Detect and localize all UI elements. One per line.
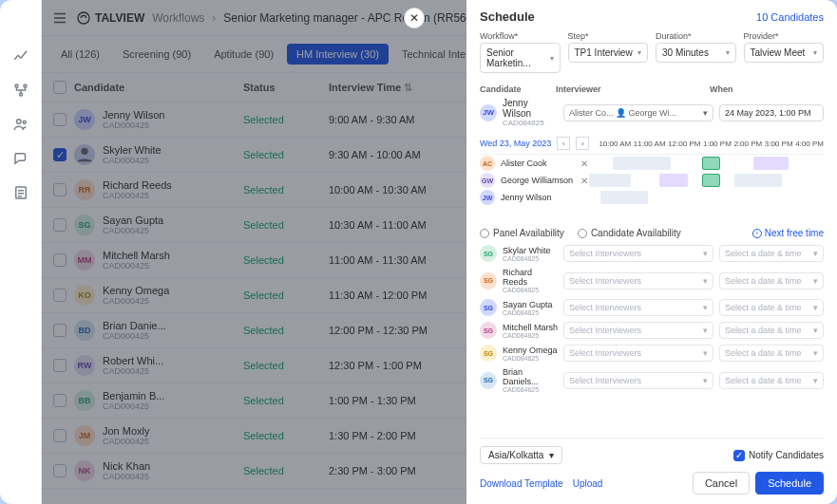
candidate-availability-radio[interactable]: Candidate Availability [578,228,681,238]
datetime-select[interactable]: Select a date & time▾ [719,272,824,289]
next-free-time-link[interactable]: ›Next free time [752,228,824,238]
candidate-schedule-row: SGMitchell MarshCAD084825Select Intervie… [480,319,824,342]
users-icon[interactable] [12,116,29,133]
sidebar [0,0,42,504]
svg-point-2 [19,93,22,96]
interviewer-select[interactable]: Select Interviewers▾ [563,345,713,362]
svg-point-3 [16,120,21,124]
provider-select[interactable]: Talview Meet▾ [744,43,825,63]
chart-icon[interactable] [12,47,29,65]
interviewer-select[interactable]: Select Interviewers▾ [563,272,713,289]
duration-select[interactable]: 30 Minutes▾ [656,43,736,63]
datetime-select[interactable]: Select a date & time▾ [719,322,824,339]
hierarchy-icon[interactable] [12,82,29,99]
datetime-select[interactable]: Select a date & time▾ [719,372,824,389]
step-select[interactable]: TP1 Interview▾ [568,43,649,63]
interviewer-select[interactable]: Select Interviewers▾ [563,372,713,389]
candidate-schedule-row: SGBrian Daniels...CAD084825Select Interv… [480,364,824,396]
datetime-input[interactable]: 24 May 2023, 1:00 PM [719,104,824,121]
download-template-link[interactable]: Download Template [480,478,563,489]
schedule-button[interactable]: Schedule [755,472,824,495]
next-day-button[interactable]: › [576,137,589,150]
interviewer-select[interactable]: Select Interviewers▾ [563,245,713,262]
remove-interviewer[interactable]: ✕ [580,176,588,186]
svg-point-0 [15,84,18,87]
timezone-select[interactable]: Asia/Kolkatta▾ [480,446,562,464]
availability-grid: ACAlister Cook✕GWGeorge Williamson✕JWJen… [480,154,824,218]
interviewer-select[interactable]: Select Interviewers▾ [563,322,713,339]
panel-availability-radio[interactable]: Panel Availability [480,228,564,238]
panel-title: Schedule [480,9,535,24]
prev-day-button[interactable]: ‹ [557,137,570,150]
document-icon[interactable] [12,184,29,201]
remove-interviewer[interactable]: ✕ [580,159,588,169]
cancel-button[interactable]: Cancel [693,472,750,495]
schedule-panel: Schedule 10 Candidates Workflow*Senior M… [466,0,837,504]
svg-point-1 [24,84,27,87]
svg-point-4 [23,121,26,123]
notify-checkbox[interactable]: ✓ [733,450,745,461]
interviewer-select[interactable]: Select Interviewers▾ [563,299,713,316]
primary-candidate-row: JW Jenny WilsonCAD084825 Alister Co... 👤… [480,98,824,127]
datetime-select[interactable]: Select a date & time▾ [719,299,824,316]
candidate-schedule-row: SGKenny OmegaCAD084825Select Interviewer… [480,342,824,364]
datetime-select[interactable]: Select a date & time▾ [719,245,824,262]
candidate-schedule-row: SGSkylar WhiteCAD084825Select Interviewe… [480,242,824,265]
candidate-count-link[interactable]: 10 Candidates [756,11,824,23]
candidate-schedule-row: SGRichard ReedsCAD084825Select Interview… [480,265,824,296]
upload-link[interactable]: Upload [573,478,603,489]
avatar: JW [480,104,497,121]
date-nav: Wed 23, May 2023 ‹ › 10:00 AM11:00 AM12:… [480,137,824,150]
candidate-schedule-row: SGSayan GuptaCAD084825Select Interviewer… [480,296,824,319]
workflow-select[interactable]: Senior Marketin...▾ [480,43,561,73]
datetime-select[interactable]: Select a date & time▾ [719,345,824,362]
chat-icon[interactable] [12,150,29,167]
interviewer-select[interactable]: Alister Co... 👤 George Wi...▾ [563,104,713,121]
close-button[interactable]: ✕ [404,8,425,28]
